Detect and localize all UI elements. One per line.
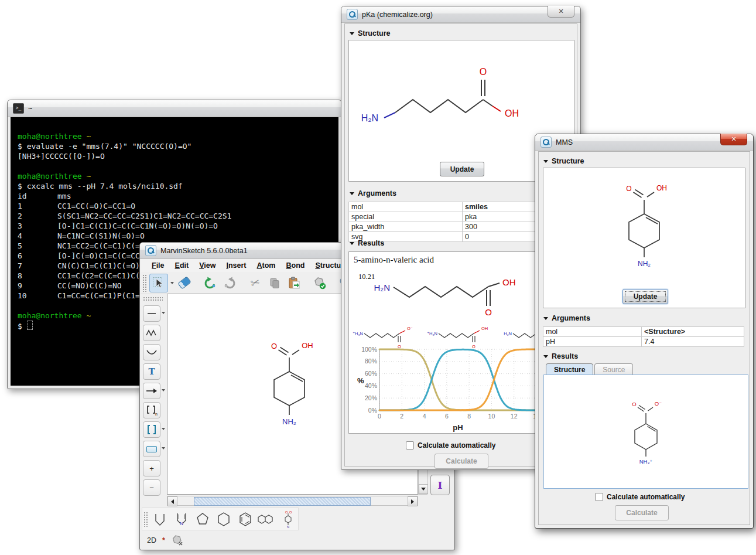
- collapse-arrow-icon: [543, 355, 548, 358]
- text-tool-button[interactable]: T: [143, 363, 160, 380]
- canvas-horizontal-scrollbar[interactable]: [167, 496, 418, 506]
- arc-tool-button[interactable]: [143, 344, 160, 360]
- eraser-tool-button[interactable]: [176, 274, 193, 292]
- argument-value[interactable]: 7.4: [642, 337, 744, 347]
- template-cyclopentadiene[interactable]: [150, 509, 170, 529]
- insert-mode-button[interactable]: I: [430, 475, 450, 495]
- bond-dropdown-icon[interactable]: [162, 312, 165, 314]
- chain-tool-button[interactable]: [143, 325, 160, 341]
- desktop: >_ ~ moha@northtree ~ $ evaluate -e "mms…: [0, 0, 756, 555]
- redo-button[interactable]: [221, 274, 238, 292]
- mms-close-button[interactable]: ✕: [720, 134, 747, 145]
- svg-text:O: O: [626, 185, 631, 193]
- undo-button[interactable]: [201, 274, 219, 292]
- copy-button[interactable]: [266, 274, 283, 292]
- terminal-table-row: 1CC1=CC(=O)C=CC1=O: [18, 201, 338, 211]
- toolbar-grip[interactable]: [143, 297, 163, 301]
- collapse-arrow-icon: [350, 32, 354, 35]
- close-icon: ✕: [731, 135, 736, 143]
- mms-structure-panel[interactable]: O OH NH₂ Update: [543, 168, 745, 308]
- calculate-automatically-checkbox[interactable]: [595, 493, 603, 501]
- menu-view[interactable]: View: [194, 260, 221, 271]
- decrease-charge-button[interactable]: −: [143, 479, 160, 496]
- paste-button[interactable]: [285, 274, 303, 292]
- single-bond-tool-button[interactable]: [143, 305, 160, 322]
- template-toolbar: N OON: [142, 508, 299, 530]
- calculate-automatically-checkbox[interactable]: [406, 441, 414, 450]
- arrow-dropdown-icon[interactable]: [162, 389, 165, 391]
- template-benzene[interactable]: [235, 509, 255, 529]
- pka-close-button[interactable]: ✕: [548, 6, 574, 18]
- text-tool-icon: T: [148, 366, 155, 377]
- rectangle-icon: [146, 446, 157, 452]
- svg-text:n: n: [155, 412, 158, 416]
- marvin-app-icon: [541, 137, 552, 148]
- scroll-left-button[interactable]: [167, 496, 177, 506]
- menu-file[interactable]: File: [146, 260, 170, 271]
- svg-text:NH₂: NH₂: [282, 417, 296, 426]
- argument-name: mol: [543, 327, 642, 337]
- pka-results-section-header[interactable]: Results: [350, 239, 384, 247]
- svg-text:20%: 20%: [365, 394, 377, 401]
- mms-structure-section-header[interactable]: Structure: [543, 157, 584, 165]
- toolbar-grip[interactable]: [142, 274, 146, 292]
- rectangle-dropdown-icon[interactable]: [162, 447, 165, 450]
- terminal-blank-line: [18, 161, 338, 171]
- pka-basic-value: 10.21: [358, 273, 375, 281]
- arrow-icon: [146, 387, 158, 394]
- select-tool-button[interactable]: [149, 274, 168, 292]
- menu-edit[interactable]: Edit: [170, 260, 194, 271]
- minus-icon: −: [149, 484, 154, 492]
- terminal-titlebar[interactable]: >_ ~: [8, 100, 341, 117]
- template-cyclopentane[interactable]: [193, 509, 213, 529]
- template-cyclohexane[interactable]: [214, 509, 234, 529]
- pka-calculate-button[interactable]: Calculate: [435, 454, 488, 469]
- mms-results-section-header[interactable]: Results: [543, 352, 578, 360]
- mms-calculate-button[interactable]: Calculate: [615, 505, 669, 520]
- toolbar-grip[interactable]: [143, 512, 148, 527]
- arc-icon: [146, 348, 158, 356]
- pka-titlebar[interactable]: pKa (chemicalize.org): [341, 6, 580, 23]
- redo-icon: [223, 276, 237, 290]
- scissors-icon: ✂: [249, 275, 261, 290]
- bracket-dropdown-icon[interactable]: [162, 428, 165, 430]
- mms-update-button[interactable]: Update: [622, 289, 668, 304]
- scroll-right-button[interactable]: [408, 496, 418, 506]
- table-row: mol<Structure>: [543, 327, 744, 337]
- arrow-tool-button[interactable]: [143, 383, 160, 399]
- pka-structure-section-header[interactable]: Structure: [350, 29, 391, 38]
- collapse-arrow-icon: [543, 317, 548, 320]
- svg-text:OH: OH: [656, 184, 667, 192]
- mms-content: Structure O OH NH₂ Update: [538, 151, 750, 525]
- repeating-bracket-icon: n: [146, 405, 158, 416]
- select-tool-dropdown-icon[interactable]: [170, 282, 174, 284]
- canvas-molecule-aminocyclohexene-acid: O OH NH₂: [256, 336, 322, 431]
- svg-text:O: O: [285, 510, 288, 513]
- pka-update-button[interactable]: Update: [440, 162, 484, 176]
- horizontal-scrollbar-thumb[interactable]: [194, 497, 371, 506]
- menu-insert[interactable]: Insert: [221, 260, 251, 271]
- cut-button[interactable]: ✂: [247, 274, 264, 292]
- calculate-automatically-label: Calculate automatically: [418, 441, 495, 450]
- mms-result-structure-panel[interactable]: O O⁻ NH₃⁺: [543, 374, 748, 489]
- mms-arguments-section-header[interactable]: Arguments: [543, 314, 590, 322]
- increase-charge-button[interactable]: +: [143, 460, 160, 476]
- tab-source[interactable]: Source: [594, 363, 633, 375]
- menu-bond[interactable]: Bond: [280, 260, 310, 271]
- check-structure-button[interactable]: [311, 274, 329, 292]
- pka-arguments-section-header[interactable]: Arguments: [350, 189, 396, 198]
- argument-value[interactable]: <Structure>: [642, 327, 744, 337]
- svg-text:100%: 100%: [361, 346, 377, 353]
- terminal-table-header: idmms: [18, 191, 338, 201]
- modified-indicator: *: [162, 536, 165, 544]
- template-pyrrole[interactable]: N: [171, 509, 191, 529]
- template-naphthalene[interactable]: [256, 509, 276, 529]
- rectangle-graphics-tool-button[interactable]: [143, 441, 160, 457]
- repeating-group-tool-button[interactable]: n: [143, 402, 160, 418]
- menu-atom[interactable]: Atom: [252, 260, 281, 271]
- group-bracket-tool-button[interactable]: [143, 421, 160, 438]
- structure-checker-status-icon[interactable]: [171, 534, 184, 546]
- scroll-down-button[interactable]: [419, 484, 428, 494]
- template-custom-structure[interactable]: OON: [278, 509, 298, 529]
- tab-structure[interactable]: Structure: [546, 363, 593, 375]
